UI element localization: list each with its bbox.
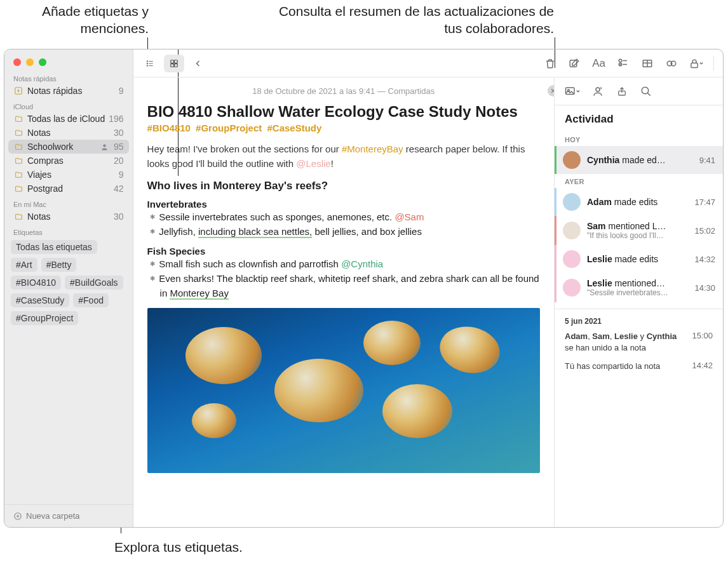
activity-item[interactable]: Leslie mentioned…"Sessile invertebrates……: [555, 273, 723, 302]
close-panel-button[interactable]: [548, 85, 554, 97]
compose-button[interactable]: [564, 55, 584, 72]
sidebar-folder-todas-las-de-icloud[interactable]: Todas las de iCloud196: [4, 112, 133, 126]
activity-time: 17:47: [694, 197, 715, 207]
activity-title: Actividad: [555, 105, 723, 132]
sidebar-item-count: 30: [114, 211, 124, 222]
tag-chip[interactable]: #GroupProject: [11, 311, 78, 325]
sidebar-tags-list: Todas las etiquetas#Art#Betty#BIO4810#Bu…: [4, 237, 133, 328]
mention-inline[interactable]: @Leslie: [296, 158, 330, 169]
sidebar-item-count: 30: [114, 128, 124, 138]
svg-point-3: [147, 60, 147, 61]
note-subheading: Fish Species: [147, 246, 540, 257]
activity-item[interactable]: Sam mentioned L…"If this looks good I'll…: [555, 216, 723, 245]
hashtag[interactable]: #CaseStudy: [267, 123, 321, 133]
tag-chip[interactable]: #Food: [73, 293, 109, 307]
svg-rect-8: [170, 63, 173, 67]
list-item: Even sharks! The blacktip reef shark, wh…: [160, 271, 540, 301]
tag-chip[interactable]: #BuildGoals: [65, 276, 123, 290]
plus-circle-icon: [13, 512, 22, 521]
avatar: [563, 250, 581, 268]
mention-inline[interactable]: @Sam: [394, 211, 424, 222]
table-button[interactable]: [637, 55, 657, 72]
maximize-window-button[interactable]: [39, 58, 46, 66]
tag-chip[interactable]: #CaseStudy: [11, 293, 69, 307]
sidebar: Notas rápidas Notas rápidas 9 iCloud Tod…: [4, 50, 133, 527]
highlighted-text: including black sea nettles,: [198, 226, 312, 238]
mention-inline[interactable]: @Cynthia: [341, 258, 383, 269]
activity-text: Cynthia made ed…: [587, 155, 693, 165]
checklist-button[interactable]: [613, 55, 633, 72]
sidebar-folder-schoolwork[interactable]: Schoolwork95: [8, 140, 129, 154]
hashtag-inline[interactable]: #MontereyBay: [342, 144, 403, 154]
bullet-list: Small fish such as clownfish and parrotf…: [147, 257, 540, 301]
link-button[interactable]: [661, 55, 682, 72]
sidebar-folder-postgrad[interactable]: Postgrad42: [4, 182, 133, 196]
activity-text: Leslie mentioned…: [587, 278, 688, 288]
folder-icon: [13, 115, 24, 123]
gallery-view-button[interactable]: [164, 55, 184, 72]
tag-chip[interactable]: #BIO4810: [11, 276, 61, 290]
sidebar-item-label: Notas: [27, 128, 110, 138]
close-window-button[interactable]: [13, 58, 21, 66]
sidebar-item-quicknotes[interactable]: Notas rápidas 9: [4, 84, 133, 98]
sidebar-item-label: Notas: [27, 211, 110, 222]
collaborate-button[interactable]: [588, 83, 608, 100]
note-editor[interactable]: 18 de Octubre de 2021 a las 9:41 — Compa…: [133, 77, 554, 527]
sidebar-section-onmymac: En mi Mac: [4, 196, 133, 210]
sidebar-folder-viajes[interactable]: Viajes9: [4, 168, 133, 182]
format-button[interactable]: Aa: [588, 55, 609, 72]
sidebar-item-count: 20: [114, 156, 124, 166]
trash-button[interactable]: [540, 55, 560, 72]
new-folder-label: Nueva carpeta: [26, 511, 80, 521]
shared-icon: [100, 143, 109, 151]
activity-item[interactable]: Cynthia made ed…9:41: [555, 146, 723, 174]
sidebar-section-quicknotes: Notas rápidas: [4, 70, 133, 84]
search-button[interactable]: [636, 83, 656, 100]
lock-button[interactable]: [685, 55, 707, 72]
new-folder-button[interactable]: Nueva carpeta: [4, 504, 133, 527]
note-hashtags: #BIO4810 #GroupProject #CaseStudy: [147, 123, 540, 133]
svg-point-19: [596, 88, 600, 91]
folder-icon: [13, 185, 24, 193]
note-meta-line: 18 de Octubre de 2021 a las 9:41 — Compa…: [147, 86, 540, 96]
list-item: Small fish such as clownfish and parrotf…: [160, 257, 540, 271]
sidebar-section-icloud: iCloud: [4, 98, 133, 112]
sidebar-item-label: Todas las de iCloud: [27, 114, 105, 124]
tag-chip[interactable]: #Art: [11, 258, 37, 272]
activity-section-today: HOY: [555, 132, 723, 146]
hashtag[interactable]: #BIO4810: [147, 123, 191, 133]
svg-point-11: [619, 59, 622, 62]
share-button[interactable]: [612, 83, 632, 100]
sidebar-item-count: 9: [119, 170, 124, 180]
svg-rect-16: [691, 63, 698, 67]
note-subheading: Invertebrates: [147, 199, 540, 210]
sidebar-folder-notas[interactable]: Notas30: [4, 210, 133, 224]
avatar: [563, 222, 581, 239]
back-button[interactable]: [188, 55, 208, 72]
media-button[interactable]: [561, 83, 584, 100]
sidebar-item-label: Notas rápidas: [27, 86, 115, 96]
main-toolbar: Aa: [133, 50, 723, 77]
svg-rect-6: [170, 60, 173, 63]
activity-item[interactable]: Leslie made edits14:32: [555, 245, 723, 273]
sidebar-item-count: 42: [114, 184, 124, 194]
list-view-button[interactable]: [140, 55, 160, 72]
sidebar-folder-notas[interactable]: Notas30: [4, 126, 133, 140]
minimize-window-button[interactable]: [26, 58, 34, 66]
activity-toolbar: [555, 77, 723, 105]
avatar: [563, 193, 581, 211]
tag-chip[interactable]: Todas las etiquetas: [11, 240, 97, 254]
tag-chip[interactable]: #Betty: [41, 258, 77, 272]
activity-subtext: "If this looks good I'll…: [587, 231, 688, 240]
folder-icon: [13, 213, 24, 221]
activity-time: 14:30: [694, 283, 715, 293]
sidebar-item-label: Schoolwork: [27, 142, 97, 152]
note-attached-image[interactable]: [147, 308, 540, 473]
activity-plain-text: Tú has compartido la nota: [565, 361, 685, 372]
bullet-list: Sessile invertebrates such as sponges, a…: [147, 210, 540, 239]
activity-item[interactable]: Adam made edits17:47: [555, 188, 723, 216]
callout-browse-tags: Explora tus etiquetas.: [114, 538, 243, 556]
callout-tags-mentions: Añade etiquetas y menciones.: [22, 3, 149, 37]
hashtag[interactable]: #GroupProject: [196, 123, 262, 133]
sidebar-folder-compras[interactable]: Compras20: [4, 154, 133, 168]
